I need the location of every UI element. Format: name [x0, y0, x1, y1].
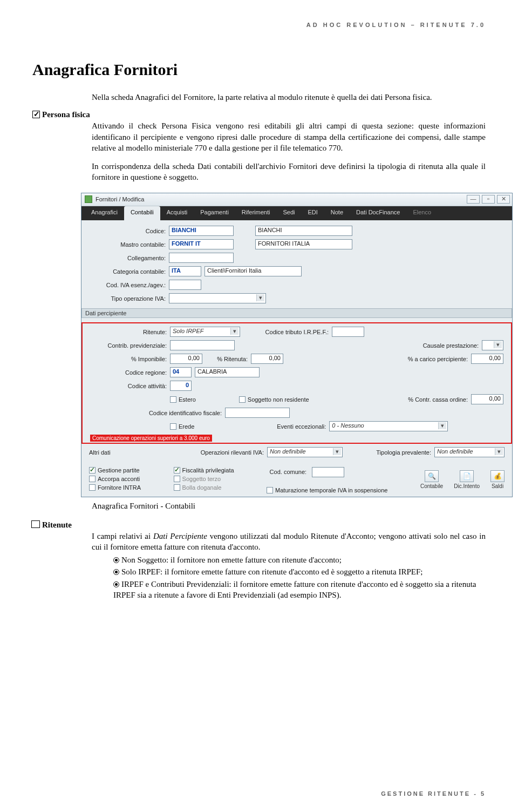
checkbox-icon: [32, 111, 40, 118]
codice-field[interactable]: BIANCHI: [169, 226, 234, 236]
altri-dati-label: Altri dati: [89, 449, 111, 456]
tipoop-label: Tipo operazione IVA:: [89, 295, 169, 302]
eventi-dropdown[interactable]: 0 - Nessuno: [329, 421, 448, 431]
fiscpriv-checkbox[interactable]: Fiscalità privilegiata: [174, 467, 234, 473]
radio-icon: [113, 569, 119, 575]
codfisc-label: Codice identificativo fiscale:: [90, 410, 225, 416]
tab-pagamenti[interactable]: Pagamenti: [194, 206, 235, 220]
tab-bar: Anagrafici Contabili Acquisti Pagamenti …: [81, 206, 512, 220]
tab-acquisti[interactable]: Acquisti: [160, 206, 194, 220]
codreg-field[interactable]: 04: [170, 367, 192, 377]
intro-paragraph: Nella scheda Anagrafici del Fornitore, l…: [92, 92, 486, 103]
maximize-button[interactable]: ▫: [482, 195, 495, 204]
collegamento-label: Collegamento:: [89, 255, 169, 261]
red-note: Comunicazione operazioni superiori a 3.0…: [90, 435, 212, 442]
pcassa-field[interactable]: 0,00: [471, 394, 503, 404]
document-magnify-icon: 🔍: [425, 470, 439, 482]
codfisc-field[interactable]: [225, 408, 290, 418]
codice-desc: BIANCHI: [255, 226, 352, 236]
codiva-field[interactable]: [169, 280, 201, 290]
contabile-button[interactable]: 🔍Contabile: [420, 470, 443, 489]
page-footer: GESTIONE RITENUTE - 5: [381, 790, 486, 797]
tipoop-dropdown[interactable]: [169, 293, 266, 303]
catcont-desc: Clienti\Fornitori Italia: [205, 266, 302, 276]
tab-elenco[interactable]: Elenco: [406, 206, 438, 220]
tab-riferimenti[interactable]: Riferimenti: [235, 206, 277, 220]
codatt-label: Codice attività:: [90, 383, 170, 389]
section-persona-fisica-label: Persona fisica: [32, 110, 486, 119]
dati-percipiente-bar: Dati percipiente: [81, 308, 512, 318]
matur-checkbox[interactable]: Maturazione temporale IVA in sospensione: [267, 487, 387, 493]
bolla-checkbox: Bolla doganale: [174, 484, 234, 491]
catcont-label: Categoria contabile:: [89, 268, 169, 275]
prit-field[interactable]: 0,00: [251, 354, 283, 364]
estero-checkbox[interactable]: Estero: [170, 396, 196, 403]
dicintento-button[interactable]: 📄Dic.Intento: [454, 470, 480, 489]
minimize-button[interactable]: —: [467, 195, 480, 204]
codatt-field[interactable]: 0: [170, 381, 192, 391]
radio-icon: [113, 581, 119, 587]
app-icon: [85, 195, 92, 203]
tipprev-dropdown[interactable]: Non definibile: [434, 447, 505, 457]
ritenute-intro: I campi relativi ai Dati Percipiente ven…: [92, 531, 486, 553]
window-title: Fornitori / Modifica: [96, 196, 144, 202]
causprest-label: Causale prestazione:: [412, 342, 482, 349]
collegamento-field[interactable]: [169, 253, 234, 263]
mastro-label: Mastro contabile:: [89, 241, 169, 248]
erede-checkbox[interactable]: Erede: [170, 423, 194, 430]
pimp-field[interactable]: 0,00: [170, 354, 202, 364]
cascade-icon: [32, 522, 40, 528]
page-header: AD HOC REVOLUTION – RITENUTE 7.0: [32, 22, 486, 28]
ritenute-label: Ritenute:: [90, 329, 170, 335]
pcassa-label: % Contr. cassa ordine:: [396, 396, 471, 403]
codtrib-label: Codice tributo I.R.PE.F.:: [256, 329, 332, 335]
gestpart-checkbox[interactable]: Gestione partite: [89, 467, 141, 473]
screenshot-caption: Anagrafica Fornitori - Contabili: [92, 502, 486, 511]
mastro-field[interactable]: FORNIT IT: [169, 239, 234, 249]
codice-label: Codice:: [89, 228, 169, 234]
soggnr-checkbox[interactable]: Soggetto non residente: [239, 396, 309, 403]
codiva-label: Cod. IVA esenz./agev.:: [89, 282, 169, 288]
mastro-desc: FORNITORI ITALIA: [255, 239, 352, 249]
pcarico-label: % a carico percipiente:: [396, 356, 471, 362]
soggterzo-checkbox: Soggetto terzo: [174, 476, 234, 482]
tab-docfinance[interactable]: Dati DocFinance: [350, 206, 406, 220]
section-ritenute-label: Ritenute: [32, 520, 486, 530]
persona-fisica-text: Attivando il check Persona Fisica vengon…: [92, 120, 486, 153]
coins-icon: 💰: [490, 470, 505, 482]
codreg-desc: CALABRIA: [195, 367, 260, 377]
highlighted-section: Ritenute: Solo IRPEF Codice tributo I.R.…: [81, 322, 512, 444]
pcarico-field[interactable]: 0,00: [471, 354, 503, 364]
prit-label: % Ritenuta:: [202, 356, 251, 362]
codreg-label: Codice regione:: [90, 369, 170, 376]
document-icon: 📄: [460, 470, 474, 482]
contrib-field[interactable]: [170, 340, 235, 350]
ritenute-dropdown[interactable]: Solo IRPEF: [170, 327, 240, 337]
embedded-screenshot: Fornitori / Modifica — ▫ ✕ Anagrafici Co…: [81, 193, 513, 497]
oprilev-dropdown[interactable]: Non definibile: [267, 447, 343, 457]
page-title: Anagrafica Fornitori: [32, 60, 486, 79]
tab-contabili[interactable]: Contabili: [124, 206, 160, 220]
catcont-field[interactable]: ITA: [169, 266, 201, 276]
codtrib-field[interactable]: [332, 327, 364, 337]
causprest-dropdown[interactable]: [482, 340, 503, 350]
close-button[interactable]: ✕: [497, 195, 510, 204]
ritenute-bullets: Non Soggetto: il fornitore non emette fa…: [113, 554, 486, 600]
tipprev-label: Tipologia prevalente:: [364, 449, 434, 456]
tab-anagrafici[interactable]: Anagrafici: [85, 206, 124, 220]
eventi-label: Eventi eccezionali:: [270, 423, 329, 430]
tab-note[interactable]: Note: [324, 206, 350, 220]
codcom-field[interactable]: [312, 467, 344, 477]
pimp-label: % Imponibile:: [90, 356, 170, 362]
tab-edi[interactable]: EDI: [301, 206, 324, 220]
window-titlebar: Fornitori / Modifica — ▫ ✕: [81, 193, 512, 206]
codcom-label: Cod. comune:: [267, 469, 310, 475]
oprilev-label: Operazioni rilevanti IVA:: [192, 449, 267, 456]
accorpa-checkbox[interactable]: Accorpa acconti: [89, 476, 141, 482]
radio-icon: [113, 557, 119, 563]
saldi-button[interactable]: 💰Saldi: [490, 470, 505, 489]
tab-sedi[interactable]: Sedi: [276, 206, 301, 220]
fornintra-checkbox[interactable]: Fornitore INTRA: [89, 484, 141, 491]
paragraph-2: In corrispondenza della scheda Dati cont…: [92, 161, 486, 183]
contrib-label: Contrib. previdenziale:: [90, 342, 170, 349]
